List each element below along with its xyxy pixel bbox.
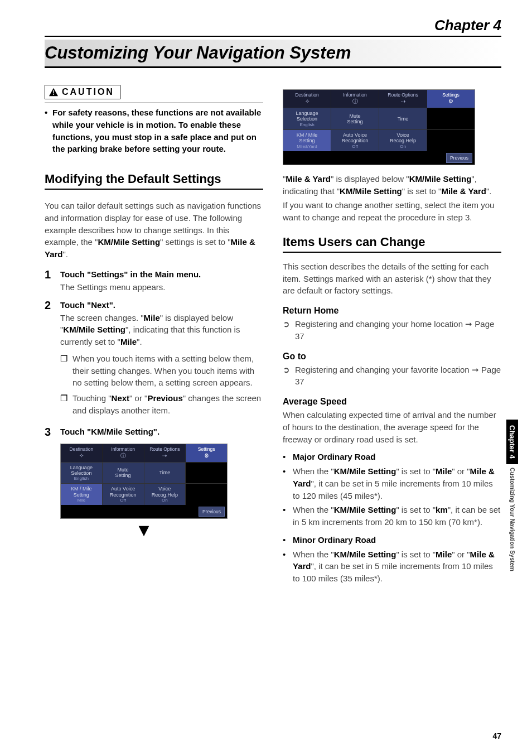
ss-cell-time: Time [144, 463, 186, 484]
ss-cell-voice-help: VoiceRecog.HelpOn [379, 130, 427, 151]
ss-cell-voice-help: VoiceRecog.HelpOn [144, 484, 186, 505]
step-1-text: The Settings menu appears. [60, 281, 263, 293]
step-2-num: 2 [45, 299, 55, 420]
avg-major-1: •When the "KM/Mile Setting" is set to "M… [283, 465, 501, 502]
ss-tab-destination: Destination✧ [61, 444, 103, 462]
result-after: If you want to change another setting, s… [283, 199, 501, 224]
caution-body: For safety reasons, these functions are … [45, 107, 263, 155]
return-home-ref: ➲Registering and changing your home loca… [283, 318, 501, 343]
section-modifying-heading: Modifying the Default Settings [45, 172, 263, 190]
ss-tab-destination: Destination✧ [283, 90, 331, 108]
ss-cell-mute: MuteSetting [331, 108, 379, 129]
step-2-title: Touch "Next". [60, 299, 263, 311]
ss-previous-button: Previous [199, 507, 225, 517]
ss-cell-empty [427, 108, 475, 129]
ss-tab-settings: Settings⚙ [427, 90, 475, 108]
step-2-sub-2: ❐ Touching "Next" or "Previous" changes … [60, 392, 263, 417]
avg-minor-title: •Minor Ordinary Road [283, 534, 501, 546]
avg-minor-1: •When the "KM/Mile Setting" is set to "M… [283, 548, 501, 585]
section-items-intro: This section describes the details of th… [283, 261, 501, 297]
avg-major-title: •Major Ordinary Road [283, 451, 501, 463]
ss-previous-button: Previous [446, 153, 472, 163]
result-text: "Mile & Yard" is displayed below "KM/Mil… [283, 173, 501, 198]
ss-tab-route-options: Route Options⇢ [144, 444, 186, 462]
page-title: Customizing Your Navigation System [45, 43, 501, 63]
ss-cell-km-mile: KM / MileSettingMile [61, 484, 103, 505]
chapter-header: Chapter 4 [45, 17, 501, 37]
ss-cell-auto-voice: Auto VoiceRecognitionOff [103, 484, 144, 505]
section-modifying-intro: You can tailor default settings such as … [45, 200, 263, 261]
section-items-heading: Items Users can Change [283, 235, 501, 253]
side-tab: Chapter 4 Customizing Your Navigation Sy… [506, 420, 518, 571]
title-band: Customizing Your Navigation System [45, 40, 501, 68]
side-tab-chapter: Chapter 4 [506, 420, 518, 464]
page-number: 47 [492, 731, 501, 740]
goto-heading: Go to [283, 351, 501, 362]
caution-label: CAUTION [62, 87, 114, 97]
avg-speed-heading: Average Speed [283, 397, 501, 407]
ss-cell-empty [186, 463, 227, 484]
step-1-num: 1 [45, 268, 55, 293]
ss-tab-information: Informationⓘ [103, 444, 144, 462]
goto-ref: ➲Registering and changing your favorite … [283, 364, 501, 388]
ss-cell-auto-voice: Auto VoiceRecognitionOff [331, 130, 379, 151]
ss-tab-settings: Settings⚙ [186, 444, 227, 462]
step-3-num: 3 [45, 426, 55, 438]
step-2-sub-1: ❐ When you touch items with a setting be… [60, 353, 263, 389]
svg-marker-2 [139, 526, 149, 537]
step-2: 2 Touch "Next". The screen changes. "Mil… [45, 299, 263, 420]
return-home-heading: Return Home [283, 306, 501, 316]
settings-screenshot-mile: Destination✧ Informationⓘ Route Options⇢… [60, 444, 228, 519]
step-3: 3 Touch "KM/Mile Setting". [45, 426, 263, 438]
step-1: 1 Touch "Settings" in the Main menu. The… [45, 268, 263, 293]
step-2-text: The screen changes. "Mile" is displayed … [60, 312, 263, 348]
step-1-title: Touch "Settings" in the Main menu. [60, 268, 263, 280]
ss-cell-empty [427, 130, 475, 151]
ss-tab-information: Informationⓘ [331, 90, 379, 108]
ss-cell-empty [186, 484, 227, 505]
avg-major-2: •When the "KM/Mile Setting" is set to "k… [283, 504, 501, 528]
svg-text:!: ! [52, 90, 54, 96]
step-3-title: Touch "KM/Mile Setting". [60, 426, 263, 437]
caution-label-box: ! CAUTION [45, 85, 120, 99]
warning-icon: ! [49, 88, 59, 97]
caution-rule [45, 103, 263, 103]
arrow-down-icon [60, 523, 228, 541]
ss-tab-route-options: Route Options⇢ [379, 90, 427, 108]
side-tab-title: Customizing Your Navigation System [507, 464, 518, 571]
avg-speed-intro: When calculating expected time of arriva… [283, 409, 501, 445]
ss-cell-time: Time [379, 108, 427, 129]
ss-cell-mute: MuteSetting [103, 463, 144, 484]
ss-cell-km-mile: KM / MileSettingMile&Yard [283, 130, 331, 151]
ss-cell-language: LanguageSelectionEnglish [61, 463, 103, 484]
settings-screenshot-mile-yard: Destination✧ Informationⓘ Route Options⇢… [283, 89, 475, 165]
ss-cell-language: LanguageSelectionEnglish [283, 108, 331, 129]
